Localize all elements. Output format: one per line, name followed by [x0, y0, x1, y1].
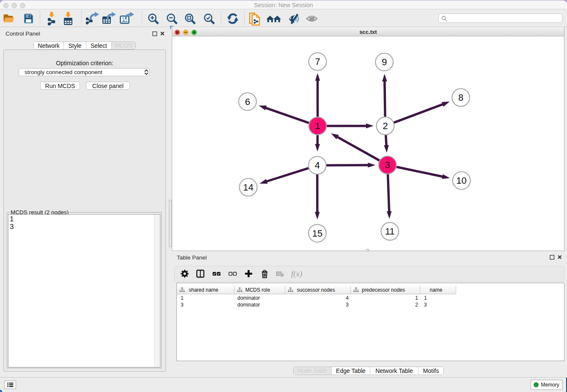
- svg-text:1: 1: [315, 121, 320, 131]
- svg-text:7: 7: [315, 56, 320, 67]
- svg-text:11: 11: [385, 226, 395, 237]
- svg-text:9: 9: [382, 57, 387, 67]
- svg-text:10: 10: [456, 175, 466, 186]
- svg-text:8: 8: [458, 92, 463, 103]
- svg-text:6: 6: [245, 97, 250, 107]
- svg-text:2: 2: [383, 121, 388, 131]
- svg-text:4: 4: [315, 160, 320, 171]
- svg-text:3: 3: [385, 160, 390, 170]
- svg-text:14: 14: [243, 182, 253, 193]
- svg-text:15: 15: [312, 228, 322, 239]
